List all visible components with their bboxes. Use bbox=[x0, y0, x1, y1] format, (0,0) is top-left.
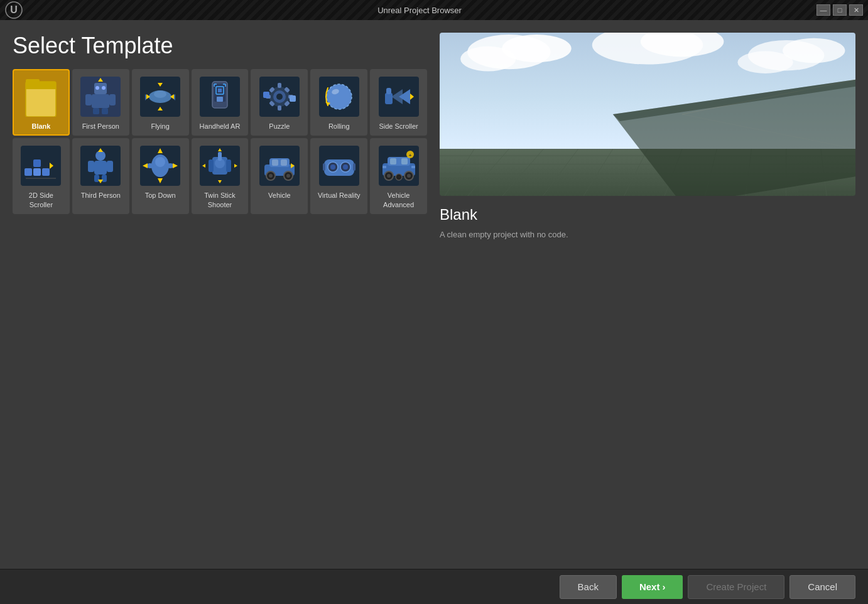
template-item-top-down[interactable]: Top Down bbox=[132, 138, 189, 214]
svg-rect-47 bbox=[263, 92, 269, 98]
svg-rect-71 bbox=[107, 161, 113, 172]
svg-point-8 bbox=[95, 86, 99, 90]
template-icon-twin-stick-shooter bbox=[197, 143, 242, 188]
create-project-button: Create Project bbox=[688, 575, 784, 599]
svg-text:U: U bbox=[10, 4, 18, 15]
template-label-rolling: Rolling bbox=[328, 122, 350, 131]
page-title: Select Template bbox=[13, 33, 427, 59]
template-icon-top-down bbox=[138, 143, 183, 188]
svg-rect-48 bbox=[290, 95, 296, 102]
window-controls: — □ ✕ bbox=[816, 4, 863, 16]
template-grid: Blank bbox=[13, 69, 427, 214]
svg-rect-29 bbox=[218, 89, 222, 92]
svg-point-103 bbox=[286, 174, 290, 178]
svg-rect-70 bbox=[88, 161, 94, 172]
template-item-rolling[interactable]: Rolling bbox=[310, 69, 367, 136]
title-bar: U Unreal Project Browser — □ ✕ bbox=[0, 0, 868, 20]
template-item-blank[interactable]: Blank bbox=[13, 69, 70, 136]
template-item-puzzle[interactable]: Puzzle bbox=[251, 69, 308, 136]
template-item-handheld-ar[interactable]: Handheld AR bbox=[192, 69, 249, 136]
template-icon-third-person bbox=[78, 143, 123, 188]
svg-rect-14 bbox=[102, 108, 108, 114]
svg-point-134 bbox=[783, 38, 845, 63]
svg-rect-72 bbox=[94, 175, 99, 182]
unreal-logo: U bbox=[5, 1, 23, 19]
svg-rect-116 bbox=[382, 166, 386, 168]
svg-rect-63 bbox=[33, 159, 41, 167]
template-label-virtual-reality: Virtual Reality bbox=[318, 191, 361, 200]
svg-point-18 bbox=[154, 90, 166, 98]
template-label-2d-side-scroller: 2D Side Scroller bbox=[16, 191, 66, 209]
svg-rect-93 bbox=[209, 159, 214, 172]
template-item-first-person[interactable]: First Person bbox=[72, 69, 129, 136]
back-button[interactable]: Back bbox=[560, 575, 617, 599]
template-item-2d-side-scroller[interactable]: 2D Side Scroller bbox=[13, 138, 70, 214]
svg-point-112 bbox=[343, 164, 348, 170]
template-item-side-scroller[interactable]: Side Scroller bbox=[370, 69, 427, 136]
template-label-vehicle: Vehicle bbox=[268, 191, 290, 200]
template-icon-blank bbox=[18, 74, 63, 119]
svg-rect-38 bbox=[278, 105, 281, 111]
template-icon-flying bbox=[138, 74, 183, 119]
svg-rect-110 bbox=[353, 163, 355, 171]
template-icon-vehicle-advanced: + bbox=[376, 143, 421, 188]
svg-rect-30 bbox=[217, 97, 223, 102]
svg-point-68 bbox=[95, 151, 106, 161]
template-icon-vehicle bbox=[257, 143, 302, 188]
svg-point-9 bbox=[102, 86, 106, 90]
left-panel: Select Template Blank bbox=[13, 33, 427, 563]
template-label-blank: Blank bbox=[31, 122, 50, 131]
svg-rect-10 bbox=[92, 94, 109, 108]
template-label-top-down: Top Down bbox=[145, 191, 176, 200]
template-item-third-person[interactable]: Third Person bbox=[72, 138, 129, 214]
next-button[interactable]: Next › bbox=[622, 575, 683, 599]
template-item-flying[interactable]: Flying bbox=[132, 69, 189, 136]
template-label-handheld-ar: Handheld AR bbox=[200, 122, 241, 131]
svg-rect-62 bbox=[33, 168, 41, 176]
template-item-vehicle-advanced[interactable]: + Vehicle Advanced bbox=[370, 138, 427, 214]
svg-rect-11 bbox=[85, 94, 92, 105]
template-icon-side-scroller bbox=[376, 74, 421, 119]
svg-rect-64 bbox=[42, 168, 50, 176]
svg-point-123 bbox=[387, 174, 391, 178]
close-button[interactable]: ✕ bbox=[849, 4, 863, 16]
template-item-vehicle[interactable]: Vehicle bbox=[251, 138, 308, 214]
svg-rect-118 bbox=[390, 158, 396, 164]
svg-rect-5 bbox=[26, 79, 40, 84]
svg-rect-61 bbox=[24, 168, 32, 176]
template-icon-puzzle bbox=[257, 74, 302, 119]
svg-rect-99 bbox=[281, 159, 287, 166]
next-label: Next bbox=[639, 581, 660, 592]
svg-rect-37 bbox=[278, 83, 281, 88]
template-item-virtual-reality[interactable]: Virtual Reality bbox=[310, 138, 367, 214]
template-icon-first-person bbox=[78, 74, 123, 119]
svg-rect-119 bbox=[401, 158, 408, 164]
svg-rect-12 bbox=[109, 94, 116, 105]
svg-rect-109 bbox=[323, 163, 325, 171]
template-icon-2d-side-scroller bbox=[18, 143, 63, 188]
maximize-button[interactable]: □ bbox=[833, 4, 847, 16]
svg-text:+: + bbox=[408, 153, 411, 158]
template-label-vehicle-advanced: Vehicle Advanced bbox=[374, 191, 423, 209]
svg-point-124 bbox=[407, 174, 411, 178]
window-title: Unreal Project Browser bbox=[23, 6, 816, 15]
cancel-button[interactable]: Cancel bbox=[789, 575, 855, 599]
minimize-button[interactable]: — bbox=[816, 4, 830, 16]
svg-point-102 bbox=[269, 174, 273, 178]
preview-image bbox=[440, 33, 855, 196]
svg-rect-58 bbox=[386, 88, 391, 94]
right-panel: Blank A clean empty project with no code… bbox=[440, 33, 855, 563]
svg-point-46 bbox=[276, 94, 283, 100]
template-item-twin-stick-shooter[interactable]: Twin Stick Shooter bbox=[192, 138, 249, 214]
svg-point-130 bbox=[460, 46, 516, 72]
svg-rect-57 bbox=[385, 93, 393, 104]
template-label-twin-stick-shooter: Twin Stick Shooter bbox=[195, 191, 245, 209]
template-label-first-person: First Person bbox=[82, 122, 119, 131]
next-arrow-icon: › bbox=[662, 581, 665, 592]
svg-point-111 bbox=[330, 164, 335, 170]
svg-point-78 bbox=[155, 157, 165, 167]
svg-point-135 bbox=[737, 51, 793, 73]
bottom-bar: Back Next › Create Project Cancel bbox=[0, 569, 868, 604]
template-label-side-scroller: Side Scroller bbox=[379, 122, 418, 131]
main-content: Select Template Blank bbox=[0, 20, 868, 569]
